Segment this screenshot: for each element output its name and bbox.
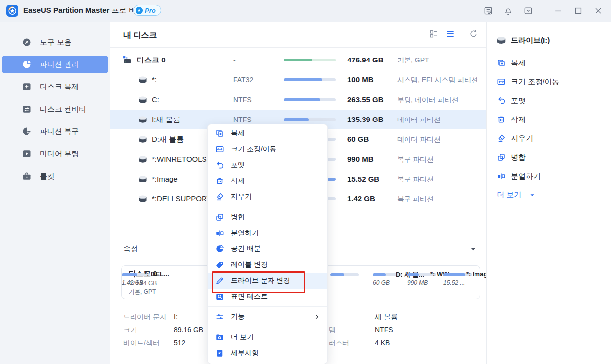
panel-item-clone[interactable]: 복제: [487, 54, 611, 72]
menu-item-label: 표면 테스트: [231, 292, 268, 301]
app-window: EaseUS Partition Master 프로 버전 ★ Pro 도구 모…: [0, 0, 611, 364]
row-filesystem: FAT32: [233, 76, 253, 84]
partition-card-size: 15.52 ...: [443, 279, 476, 286]
titlebar: EaseUS Partition Master 프로 버전 ★ Pro: [0, 0, 611, 22]
disk-type: 기본, GPT: [129, 288, 157, 296]
menu-item-format[interactable]: 포맷: [208, 157, 327, 173]
sidebar-item-disk-clone[interactable]: 디스크 복제: [2, 78, 108, 96]
sidebar-item-partition-recovery[interactable]: 파티션 복구: [2, 122, 108, 140]
pro-star-icon: ★: [136, 7, 143, 14]
row-type: 시스템, EFI 시스템 파티션: [397, 76, 478, 85]
partition-card-size: 60 GB: [373, 279, 406, 286]
field-drive-letter-label: 드라이버 문자: [123, 313, 167, 322]
row-type: 복구 파티션: [397, 175, 434, 184]
sidebar-item-toolbox[interactable]: 도구 모음: [2, 33, 108, 51]
format-icon: [497, 96, 506, 105]
menu-item-wipe[interactable]: 지우기: [208, 189, 327, 205]
sidebar-item-disk-converter[interactable]: 디스크 컨버터: [2, 100, 108, 118]
field-bytes-cluster-value: 4 KB: [375, 339, 390, 347]
menu-item-view-more[interactable]: 더 보기: [208, 329, 327, 345]
panel-item-resize-move[interactable]: 크기 조정/이동: [487, 72, 611, 91]
menu-item-label: 지우기: [231, 192, 252, 201]
menu-item-resize-move[interactable]: 크기 조정/이동: [208, 141, 327, 157]
partition-card-image[interactable]: *: Imag... 15.52 ...: [443, 270, 476, 286]
panel-item-format[interactable]: 포맷: [487, 91, 611, 110]
updates-dropdown-icon[interactable]: [523, 6, 533, 16]
field-size-value: 89.16 GB: [174, 326, 203, 334]
menu-item-clone[interactable]: 복제: [208, 125, 327, 141]
sidebar-item-toolkit[interactable]: 툴킷: [2, 167, 108, 185]
partition-card-dellsupport[interactable]: *: DEL... 1.42 GB: [122, 270, 154, 286]
sidebar-item-label: 파티션 복구: [40, 127, 79, 136]
table-row-disk0[interactable]: 디스크 0 - 476.94 GB 기본, GPT: [110, 50, 486, 70]
media-boot-icon: [22, 149, 32, 159]
more-caret-icon: [529, 192, 535, 198]
document-icon: [215, 349, 224, 358]
row-name: *:: [152, 75, 157, 84]
row-size: 135.39 GB: [347, 115, 384, 123]
row-type: 데이터 파티션: [397, 116, 441, 124]
maximize-icon[interactable]: [573, 6, 583, 16]
row-size: 263.55 GB: [347, 95, 384, 104]
grid-view-icon[interactable]: [429, 29, 439, 39]
volume-icon: [138, 75, 148, 85]
panel-item-merge[interactable]: 병합: [487, 148, 611, 167]
row-size: 476.94 GB: [347, 56, 384, 64]
resize-icon: [215, 145, 224, 154]
menu-item-details[interactable]: 세부사항: [208, 345, 327, 361]
notes-icon[interactable]: [483, 6, 493, 16]
sidebar-item-partition-manager[interactable]: 파티션 관리: [2, 56, 108, 73]
menu-item-features[interactable]: 기능: [208, 309, 327, 325]
menu-item-merge[interactable]: 병합: [208, 209, 327, 225]
menu-item-label: 분열하기: [231, 229, 259, 238]
collapse-caret-icon[interactable]: [470, 246, 476, 253]
sidebar-item-bootable-media[interactable]: 미디어 부팅: [2, 145, 108, 163]
panel-more-link[interactable]: 더 보기: [487, 185, 611, 204]
minimize-icon[interactable]: [553, 6, 563, 16]
partition-recover-icon: [22, 126, 32, 136]
app-logo-icon: [6, 5, 18, 17]
drive-header: 드라이브(I:): [487, 34, 611, 54]
menu-item-label: 크기 조정/이동: [231, 145, 276, 154]
row-size: 1.42 GB: [347, 194, 375, 203]
row-name: C:: [152, 95, 159, 104]
menu-item-delete[interactable]: 삭제: [208, 173, 327, 189]
more-label: 더 보기: [497, 190, 521, 200]
panel-item-delete[interactable]: 삭제: [487, 110, 611, 129]
field-size-label: 크기: [123, 326, 137, 335]
menu-item-change-drive-letter[interactable]: 드라이브 문자 변경: [208, 273, 327, 289]
eraser-icon: [215, 192, 224, 201]
menu-item-label: 레이블 변경: [231, 260, 268, 269]
right-action-panel: 드라이브(I:) 복제 크기 조정/이동 포맷 삭제 지우기 병합 분열하기: [486, 22, 611, 364]
partition-card-winretools[interactable]: *: WIN... 990 MB: [407, 270, 440, 286]
list-view-icon[interactable]: [445, 29, 455, 39]
row-size: 15.52 GB: [347, 175, 379, 183]
refresh-icon[interactable]: [469, 29, 478, 39]
menu-item-allocate-space[interactable]: 공간 배분: [208, 241, 327, 257]
partition-card-size: 990 MB: [407, 279, 440, 286]
partition-card-size: 1.42 GB: [122, 279, 154, 286]
partition-card-hidden-2[interactable]: [330, 270, 363, 279]
volume-icon: [138, 134, 148, 144]
close-icon[interactable]: [593, 6, 603, 16]
menu-item-surface-test[interactable]: 표면 테스트: [208, 289, 327, 304]
split-icon: [215, 229, 224, 238]
menu-item-label: 복제: [231, 129, 245, 138]
row-size: 60 GB: [347, 135, 369, 143]
field-bytes-sector-label: 바이트/섹터: [123, 339, 160, 348]
panel-item-wipe[interactable]: 지우기: [487, 129, 611, 148]
submenu-chevron-icon: [313, 313, 320, 320]
partition-card-d[interactable]: D: 새 볼... 60 GB: [373, 270, 406, 286]
table-row-c[interactable]: C: NTFS 263.55 GB 부팅, 데이터 파티션: [110, 90, 486, 110]
menu-item-split[interactable]: 분열하기: [208, 225, 327, 241]
menu-item-change-label[interactable]: 레이블 변경: [208, 257, 327, 273]
resize-icon: [497, 77, 506, 86]
panel-item-split[interactable]: 분열하기: [487, 167, 611, 185]
notification-bell-icon[interactable]: [503, 6, 513, 16]
panel-item-label: 분열하기: [511, 172, 541, 181]
hdd-icon: [122, 55, 132, 65]
table-row-efi[interactable]: *: FAT32 100 MB 시스템, EFI 시스템 파티션: [110, 70, 486, 90]
sidebar-item-label: 도구 모음: [40, 38, 71, 47]
eraser-icon: [497, 134, 506, 143]
left-sidebar: 도구 모음 파티션 관리 디스크 복제 디스크 컨버터 파티션 복구 미디어 부…: [0, 22, 110, 364]
